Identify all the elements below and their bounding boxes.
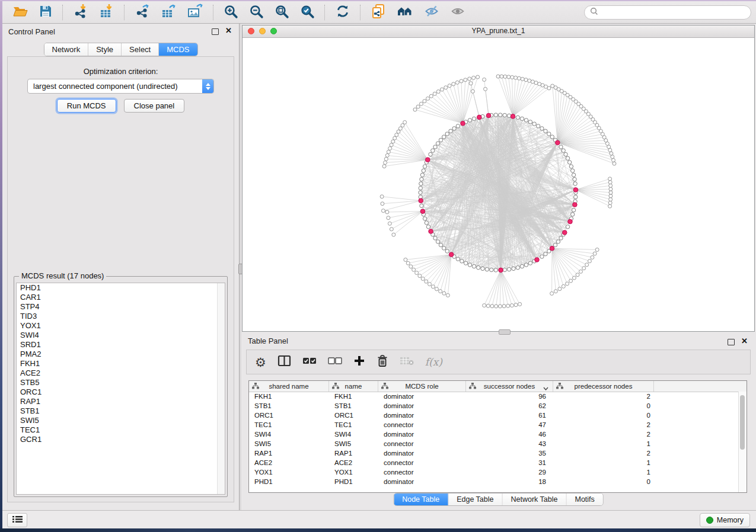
table-settings-button[interactable]: ⚙: [255, 356, 266, 368]
mcds-hub-node[interactable]: [568, 219, 573, 224]
leaf-node: [412, 268, 416, 271]
mcds-result-item[interactable]: STB1: [17, 406, 225, 416]
mcds-hub-node[interactable]: [499, 268, 503, 273]
zoom-in-button[interactable]: [220, 3, 242, 22]
select-all-columns-button[interactable]: [302, 357, 317, 367]
import-network-button[interactable]: [69, 2, 92, 22]
zoom-out-button[interactable]: [245, 3, 267, 22]
list-scrollbar-track[interactable]: [217, 283, 225, 494]
mcds-hub-node[interactable]: [420, 209, 425, 214]
mcds-result-item[interactable]: CAR1: [17, 293, 225, 302]
mcds-result-item[interactable]: TID3: [17, 312, 225, 321]
mcds-result-item[interactable]: TEC1: [17, 425, 225, 435]
scrollbar-thumb[interactable]: [740, 395, 745, 450]
close-panel-icon[interactable]: ✕: [225, 26, 232, 36]
zoom-fit-button[interactable]: [271, 3, 293, 22]
mcds-hub-node[interactable]: [562, 230, 567, 235]
tab-mcds[interactable]: MCDS: [159, 43, 197, 56]
criterion-dropdown[interactable]: largest connected component (undirected): [27, 79, 214, 94]
mcds-result-item[interactable]: STP4: [17, 302, 225, 312]
ring-node: [516, 116, 519, 119]
mcds-hub-node[interactable]: [429, 229, 433, 234]
network-graph[interactable]: [243, 37, 754, 331]
mcds-hub-node[interactable]: [486, 113, 491, 118]
table-row[interactable]: ACE2ACE2connector311: [249, 458, 739, 467]
clone-network-button[interactable]: [367, 2, 390, 22]
tab-select[interactable]: Select: [122, 43, 159, 56]
table-row[interactable]: PHD1PHD1dominator180: [249, 477, 739, 486]
memory-button[interactable]: Memory: [700, 513, 750, 527]
table-tab-edge-table[interactable]: Edge Table: [448, 493, 502, 505]
export-image-button[interactable]: [183, 2, 207, 22]
table-tab-network-table[interactable]: Network Table: [503, 493, 567, 505]
mcds-hub-node[interactable]: [535, 258, 540, 262]
show-columns-button[interactable]: [277, 355, 291, 369]
zoom-selected-button[interactable]: [296, 3, 318, 22]
mcds-hub-node[interactable]: [425, 158, 430, 162]
save-session-button[interactable]: [35, 3, 56, 21]
tab-style[interactable]: Style: [88, 43, 122, 56]
mcds-result-list[interactable]: PHD1CAR1STP4TID3YOX1SWI4SRD1PMA2FKH1ACE2…: [16, 283, 225, 495]
float-table-panel-icon[interactable]: [728, 339, 735, 345]
mcds-hub-node[interactable]: [511, 114, 515, 119]
column-header-predecessor-nodes[interactable]: predecessor nodes: [553, 381, 654, 392]
mcds-result-item[interactable]: SWI5: [17, 416, 225, 425]
open-file-button[interactable]: [9, 3, 31, 21]
table-row[interactable]: RAP1RAP1dominator352: [249, 448, 739, 458]
column-header-name[interactable]: name: [329, 381, 378, 392]
deselect-all-columns-button[interactable]: [328, 357, 342, 367]
mcds-hub-node[interactable]: [477, 115, 482, 120]
mcds-hub-node[interactable]: [550, 246, 554, 251]
first-neighbors-button[interactable]: [393, 3, 417, 21]
table-tab-node-table[interactable]: Node Table: [394, 493, 448, 505]
mcds-result-item[interactable]: STB5: [17, 378, 225, 387]
run-mcds-button[interactable]: Run MCDS: [57, 99, 116, 113]
apply-layout-button[interactable]: [331, 2, 354, 22]
mcds-result-item[interactable]: SRD1: [17, 340, 225, 350]
mcds-result-item[interactable]: PMA2: [17, 350, 225, 359]
horizontal-splitter-handle[interactable]: [499, 329, 511, 335]
search-input[interactable]: [602, 8, 745, 17]
export-network-button[interactable]: [131, 2, 154, 22]
float-panel-icon[interactable]: [212, 28, 219, 35]
add-row-button[interactable]: [353, 355, 365, 369]
mcds-result-item[interactable]: PHD1: [17, 283, 225, 293]
close-panel-button[interactable]: Close panel: [124, 99, 185, 113]
show-all-button[interactable]: [446, 3, 469, 21]
delete-row-button[interactable]: [377, 354, 388, 370]
mcds-result-item[interactable]: RAP1: [17, 397, 225, 406]
column-header-shared-name[interactable]: shared name: [249, 381, 329, 392]
column-header-successor-nodes[interactable]: successor nodes: [466, 381, 553, 392]
close-table-panel-icon[interactable]: ✕: [741, 336, 748, 346]
table-row[interactable]: FKH1FKH1dominator962: [249, 392, 739, 401]
mcds-hub-node[interactable]: [556, 140, 560, 145]
mcds-result-item[interactable]: ACE2: [17, 368, 225, 378]
column-header-MCDS-role[interactable]: MCDS role: [378, 381, 466, 392]
leaf-node: [503, 75, 507, 78]
import-table-button[interactable]: [95, 2, 118, 22]
table-row[interactable]: SWI5SWI5connector431: [249, 439, 739, 448]
mcds-result-item[interactable]: FKH1: [17, 359, 225, 368]
mcds-result-item[interactable]: GCR1: [17, 435, 225, 444]
mcds-hub-node[interactable]: [419, 198, 423, 203]
table-row[interactable]: STB1STB1dominator620: [249, 401, 739, 411]
show-panels-button[interactable]: [7, 513, 27, 527]
export-table-button[interactable]: [157, 2, 180, 22]
network-canvas[interactable]: [243, 37, 754, 331]
mcds-result-item[interactable]: SWI4: [17, 331, 225, 340]
mcds-hub-node[interactable]: [573, 203, 578, 207]
table-row[interactable]: TEC1TEC1connector472: [249, 420, 739, 430]
mcds-result-item[interactable]: YOX1: [17, 321, 225, 331]
table-scrollbar[interactable]: [738, 392, 747, 492]
mcds-result-item[interactable]: ORC1: [17, 387, 225, 397]
tab-network[interactable]: Network: [44, 43, 88, 56]
table-row[interactable]: YOX1YOX1connector291: [249, 467, 739, 477]
hide-selected-button[interactable]: [420, 3, 443, 21]
network-window-titlebar[interactable]: YPA_prune.txt_1: [243, 25, 754, 38]
table-row[interactable]: SWI4SWI4dominator462: [249, 430, 739, 439]
table-row[interactable]: ORC1ORC1dominator610: [249, 411, 739, 420]
mcds-hub-node[interactable]: [461, 121, 465, 126]
mcds-hub-node[interactable]: [573, 188, 578, 193]
table-tab-motifs[interactable]: Motifs: [566, 493, 602, 505]
mcds-hub-node[interactable]: [449, 252, 454, 257]
